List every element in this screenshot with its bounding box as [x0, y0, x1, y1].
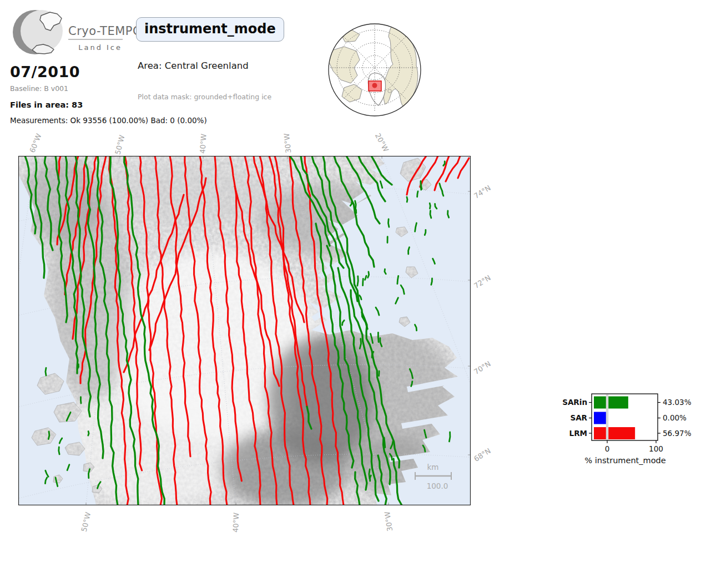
area-label: Area: Central Greenland	[138, 60, 249, 71]
latitude-right-tick-label: 72°N	[472, 273, 492, 290]
greenland-map: km 100.0	[18, 156, 471, 505]
sarin-track-segment	[430, 203, 430, 209]
sarin-track-segment	[357, 276, 358, 286]
value-label-lrm: 56.97%	[663, 429, 692, 438]
x-tick-label: 0	[605, 444, 610, 453]
value-label-sarin: 43.03%	[663, 398, 692, 407]
bar-sar	[594, 412, 607, 424]
sarin-track-segment	[449, 432, 450, 442]
longitude-bottom-tick-label: 30°W	[383, 511, 394, 532]
sarin-track-segment	[59, 447, 59, 454]
globe-area-dot	[372, 83, 377, 88]
scalebar-unit: km	[427, 463, 439, 472]
category-label-lrm: LRM	[569, 429, 587, 438]
value-label-sar: 0.00%	[663, 413, 687, 422]
bar-sarin	[594, 397, 628, 409]
sarin-track-segment	[407, 197, 407, 202]
latitude-right-tick-label: 68°N	[472, 447, 492, 463]
longitude-top-tick-label: 20°W	[374, 132, 390, 154]
plot-mask-label: Plot data mask: grounded+floating ice	[138, 93, 271, 101]
category-label-sar: SAR	[570, 413, 587, 422]
sarin-track-segment	[48, 432, 49, 439]
sarin-track-segment	[421, 185, 421, 190]
longitude-bottom-tick-label: 50°W	[80, 511, 93, 533]
longitude-top-tick-label: 40°W	[198, 134, 208, 154]
sarin-track-segment	[46, 368, 46, 376]
globe-inset-map	[327, 22, 423, 118]
sarin-track-segment	[355, 201, 356, 208]
date-heading: 07/2010	[10, 63, 80, 80]
figure-canvas: Cryo-TEMPO Land Ice 07/2010 Baseline: B …	[0, 0, 706, 588]
sarin-track-segment	[363, 278, 364, 285]
sarin-track-segment	[397, 276, 399, 283]
sarin-track-segment	[80, 397, 81, 403]
latitude-right-tick-label: 74°N	[472, 184, 492, 200]
bar-lrm	[594, 427, 635, 439]
variable-title-box: instrument_mode	[136, 17, 284, 42]
category-label-sarin: SARin	[562, 398, 587, 407]
cryo-tempo-logo: Cryo-TEMPO Land Ice	[10, 3, 138, 61]
logo-title: Cryo-TEMPO	[68, 24, 138, 38]
latitude-right-tick-label: 70°N	[472, 359, 492, 376]
longitude-top-tick-label: 50°W	[113, 134, 126, 155]
baseline-label: Baseline: B v001	[10, 84, 68, 93]
x-axis-label: % instrument_mode	[584, 456, 665, 465]
logo-subtitle: Land Ice	[78, 43, 122, 52]
measurements-label: Measurements: Ok 93556 (100.00%) Bad: 0 …	[10, 116, 207, 125]
sarin-track-segment	[431, 278, 432, 285]
sarin-track-segment	[378, 332, 379, 342]
scalebar-value: 100.0	[427, 481, 448, 490]
sarin-track-segment	[379, 371, 380, 376]
sarin-track-segment	[88, 432, 89, 436]
sarin-track-segment	[389, 219, 389, 227]
sarin-track-segment	[384, 438, 385, 448]
longitude-bottom-tick-label: 40°W	[231, 513, 240, 533]
sarin-track-segment	[417, 191, 418, 197]
instrument-mode-barchart: SARin43.03%SAR0.00%LRM56.97%0100% instru…	[557, 387, 706, 471]
x-tick-label: 100	[649, 444, 663, 453]
longitude-top-tick-label: 60°W	[28, 133, 43, 154]
files-in-area-label: Files in area: 83	[10, 100, 83, 109]
longitude-top-tick-label: 30°W	[283, 133, 293, 153]
